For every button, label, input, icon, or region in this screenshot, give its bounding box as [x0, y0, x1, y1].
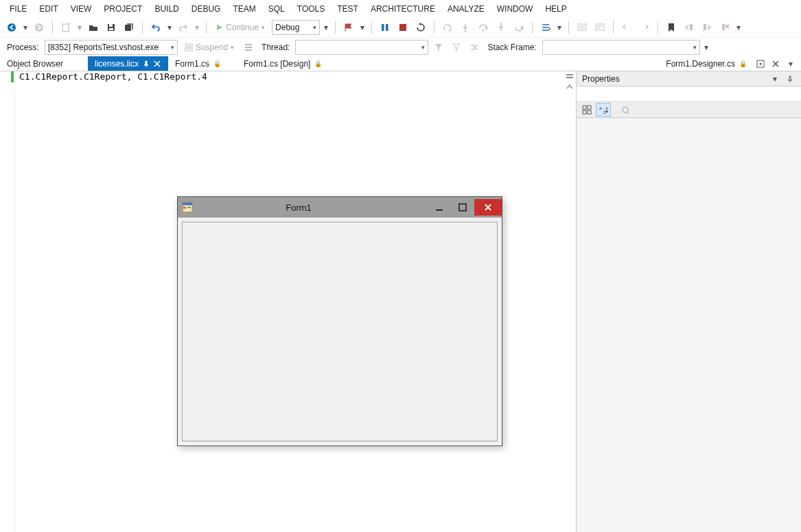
- thread-icon[interactable]: [241, 40, 256, 55]
- svg-rect-14: [187, 45, 188, 49]
- running-form-window[interactable]: Form1: [177, 196, 502, 446]
- breakpoint-flag-icon[interactable]: [341, 20, 356, 35]
- redo-icon[interactable]: [176, 20, 191, 35]
- continue-button[interactable]: Continue ▾: [212, 21, 269, 34]
- separator: [206, 21, 207, 34]
- tab-form1-design[interactable]: Form1.cs [Design] 🔒: [237, 56, 329, 71]
- shuffle-icon[interactable]: [467, 40, 482, 55]
- menu-build[interactable]: BUILD: [149, 1, 184, 16]
- properties-object-combo[interactable]: [577, 86, 801, 102]
- configuration-combo[interactable]: Debug ▾: [272, 20, 320, 35]
- stackframe-combo[interactable]: ▾: [542, 40, 700, 55]
- minimize-button[interactable]: [428, 199, 451, 216]
- menu-view[interactable]: VIEW: [65, 1, 97, 16]
- step-over-icon[interactable]: [476, 20, 491, 35]
- menu-file[interactable]: FILE: [4, 1, 32, 16]
- maximize-button[interactable]: [451, 199, 474, 216]
- svg-point-9: [483, 30, 485, 32]
- save-all-icon[interactable]: [121, 20, 137, 35]
- show-next-statement-icon[interactable]: [440, 20, 455, 35]
- tab-form1-cs[interactable]: Form1.cs 🔒: [168, 56, 237, 71]
- scroll-up-icon[interactable]: [564, 82, 576, 92]
- tab-form1-designer-cs[interactable]: Form1.Designer.cs 🔒: [659, 56, 754, 71]
- menu-window[interactable]: WINDOW: [491, 1, 539, 16]
- menu-debug[interactable]: DEBUG: [186, 1, 227, 16]
- toolbar-overflow[interactable]: ▾: [735, 20, 742, 35]
- lock-icon: 🔒: [213, 60, 221, 67]
- menu-edit[interactable]: EDIT: [34, 1, 63, 16]
- menu-sql[interactable]: SQL: [263, 1, 290, 16]
- new-item-icon[interactable]: [58, 20, 73, 35]
- save-icon[interactable]: [104, 20, 119, 35]
- pin-icon[interactable]: [143, 60, 150, 67]
- continue-label: Continue: [226, 23, 259, 32]
- separator: [335, 21, 336, 34]
- step-into-current-icon[interactable]: [511, 20, 526, 35]
- next-bookmark-icon[interactable]: [699, 20, 715, 35]
- toolbar-overflow[interactable]: ▾: [703, 40, 710, 55]
- tab-object-browser[interactable]: Object Browser: [0, 56, 88, 71]
- svg-text:A: A: [599, 106, 602, 111]
- nav-back-icon[interactable]: [4, 20, 19, 35]
- filter-icon[interactable]: [431, 40, 446, 55]
- suspend-button[interactable]: Suspend ▾: [181, 41, 238, 54]
- restart-icon[interactable]: [413, 20, 428, 35]
- tab-licenses[interactable]: licenses.licx: [88, 56, 168, 71]
- config-dropdown[interactable]: ▾: [323, 20, 329, 35]
- categorized-icon[interactable]: [579, 103, 594, 117]
- menu-tools[interactable]: TOOLS: [292, 1, 330, 16]
- editor-gutter: [0, 71, 15, 532]
- menu-analyze[interactable]: ANALYZE: [442, 1, 490, 16]
- prev-bookmark-icon[interactable]: [682, 20, 697, 35]
- menu-help[interactable]: HELP: [539, 1, 572, 16]
- process-combo[interactable]: [8352] ReportsTest.vshost.exe ▾: [45, 40, 178, 55]
- pause-icon[interactable]: [378, 20, 393, 35]
- menu-team[interactable]: TEAM: [227, 1, 261, 16]
- menu-project[interactable]: PROJECT: [98, 1, 148, 16]
- svg-rect-13: [185, 44, 192, 51]
- svg-point-1: [35, 23, 43, 32]
- intellitrace-dropdown[interactable]: ▾: [556, 20, 563, 35]
- property-pages-icon[interactable]: [618, 103, 633, 117]
- window-position-icon[interactable]: ▾: [769, 73, 780, 84]
- intellitrace-icon[interactable]: [538, 20, 553, 35]
- thread-combo[interactable]: ▾: [295, 40, 428, 55]
- menu-architecture[interactable]: ARCHITECTURE: [365, 1, 441, 16]
- new-item-dropdown[interactable]: ▾: [76, 20, 83, 35]
- nav-back-dropdown[interactable]: ▾: [22, 20, 29, 35]
- tab-dropdown-icon[interactable]: ▾: [785, 58, 797, 70]
- properties-toolbar: AZ: [577, 102, 801, 118]
- close-button[interactable]: [474, 199, 502, 216]
- form-titlebar[interactable]: Form1: [178, 197, 502, 218]
- split-grip-icon[interactable]: [564, 71, 576, 81]
- breakpoint-dropdown[interactable]: ▾: [359, 20, 366, 35]
- close-icon[interactable]: [154, 60, 161, 67]
- nav-forward-icon[interactable]: [32, 20, 47, 35]
- svg-rect-3: [109, 24, 113, 27]
- undo-dropdown[interactable]: ▾: [166, 20, 173, 35]
- auto-hide-icon[interactable]: [785, 73, 796, 84]
- active-files-icon[interactable]: [754, 58, 767, 70]
- svg-rect-7: [399, 24, 406, 31]
- svg-point-24: [623, 107, 628, 113]
- open-file-icon[interactable]: [86, 20, 101, 35]
- redo-dropdown[interactable]: ▾: [194, 20, 200, 35]
- comment-icon[interactable]: [574, 20, 590, 35]
- close-tab-icon[interactable]: [769, 58, 782, 70]
- tab-label: licenses.licx: [95, 59, 139, 69]
- alphabetical-icon[interactable]: AZ: [596, 103, 611, 117]
- redo-step-icon[interactable]: [637, 20, 652, 35]
- tab-tools: ▾: [754, 56, 801, 71]
- undo-step-icon[interactable]: [619, 20, 634, 35]
- flag-filter-icon[interactable]: [449, 40, 464, 55]
- step-out-icon[interactable]: [494, 20, 509, 35]
- separator: [532, 21, 533, 34]
- clear-bookmarks-icon[interactable]: [717, 20, 732, 35]
- step-into-icon[interactable]: [458, 20, 473, 35]
- bookmark-icon[interactable]: [664, 20, 679, 35]
- uncomment-icon[interactable]: [592, 20, 607, 35]
- svg-rect-15: [189, 45, 191, 49]
- stop-icon[interactable]: [395, 20, 410, 35]
- undo-icon[interactable]: [148, 20, 163, 35]
- menu-test[interactable]: TEST: [332, 1, 364, 16]
